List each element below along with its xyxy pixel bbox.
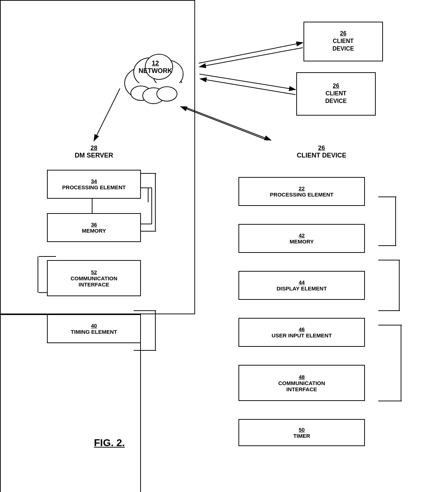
diagram: 12 NETWORK 26 CLIENT DEVICE 26 CLIENT DE… bbox=[0, 0, 448, 492]
dm-processing-ref: 34 bbox=[91, 178, 97, 184]
dm-timing-label: TIMING ELEMENT bbox=[71, 329, 117, 335]
client-processing-element-box: 22 PROCESSING ELEMENT bbox=[238, 177, 365, 206]
client-comm-interface-box: 48 COMMUNICATION INTERFACE bbox=[238, 365, 365, 401]
client-device-large-name: CLIENT DEVICE bbox=[224, 152, 419, 159]
dm-timing-ref: 40 bbox=[91, 323, 97, 329]
client-memory-ref: 42 bbox=[299, 232, 305, 238]
dm-memory-box: 36 MEMORY bbox=[47, 213, 141, 242]
network-ref: 12 bbox=[134, 60, 177, 67]
svg-point-41 bbox=[157, 87, 177, 101]
dm-server-ref: 28 bbox=[23, 144, 164, 152]
dm-memory-label: MEMORY bbox=[82, 228, 106, 234]
client-display-element-box: 44 DISPLAY ELEMENT bbox=[238, 271, 365, 300]
dm-memory-ref: 36 bbox=[91, 221, 97, 228]
dm-processing-element-box: 34 PROCESSING ELEMENT bbox=[47, 170, 141, 199]
client-display-ref: 44 bbox=[299, 279, 305, 285]
client-device-box-2: 26 CLIENT DEVICE bbox=[296, 72, 376, 116]
client-comm-ref: 48 bbox=[299, 374, 305, 380]
dm-processing-label: PROCESSING ELEMENT bbox=[62, 184, 126, 190]
svg-line-3 bbox=[199, 48, 303, 67]
dm-comm-interface-box: 52 COMMUNICATION INTERFACE bbox=[47, 260, 141, 296]
svg-line-4 bbox=[199, 74, 296, 90]
dm-timing-element-box: 40 TIMING ELEMENT bbox=[47, 314, 141, 343]
client-processing-ref: 22 bbox=[299, 185, 305, 191]
network-label: 12 NETWORK bbox=[134, 60, 177, 75]
client-user-input-ref: 46 bbox=[299, 326, 305, 332]
client-timer-box: 50 TIMER bbox=[238, 419, 365, 446]
dm-server-label: 28 DM SERVER bbox=[23, 144, 164, 159]
dm-comm-ref: 52 bbox=[91, 269, 97, 275]
client-memory-box: 42 MEMORY bbox=[238, 224, 365, 253]
network-name: NETWORK bbox=[134, 67, 177, 75]
client-device-2-label: CLIENT DEVICE bbox=[325, 90, 347, 105]
dm-comm-label: COMMUNICATION INTERFACE bbox=[70, 275, 117, 288]
figure-label: FIG. 2. bbox=[94, 437, 125, 449]
client-user-input-label: USER INPUT ELEMENT bbox=[272, 332, 332, 338]
client-memory-label: MEMORY bbox=[290, 238, 314, 245]
client-display-label: DISPLAY ELEMENT bbox=[276, 285, 327, 292]
client-device-box-1: 26 CLIENT DEVICE bbox=[303, 22, 383, 61]
client-device-2-ref: 26 bbox=[333, 83, 339, 89]
svg-line-6 bbox=[184, 107, 271, 140]
client-device-1-ref: 26 bbox=[340, 30, 346, 37]
svg-line-5 bbox=[200, 79, 296, 95]
svg-line-2 bbox=[199, 43, 303, 63]
client-comm-label: COMMUNICATION INTERFACE bbox=[278, 380, 325, 392]
client-device-large-label: 26 CLIENT DEVICE bbox=[224, 144, 419, 159]
client-processing-label: PROCESSING ELEMENT bbox=[270, 191, 333, 198]
client-device-large-ref: 26 bbox=[224, 144, 419, 152]
dm-server-name: DM SERVER bbox=[23, 152, 164, 159]
client-timer-ref: 50 bbox=[299, 427, 305, 433]
client-timer-label: TIMER bbox=[293, 433, 310, 439]
client-device-1-label: CLIENT DEVICE bbox=[332, 38, 354, 53]
client-user-input-box: 46 USER INPUT ELEMENT bbox=[238, 318, 365, 347]
